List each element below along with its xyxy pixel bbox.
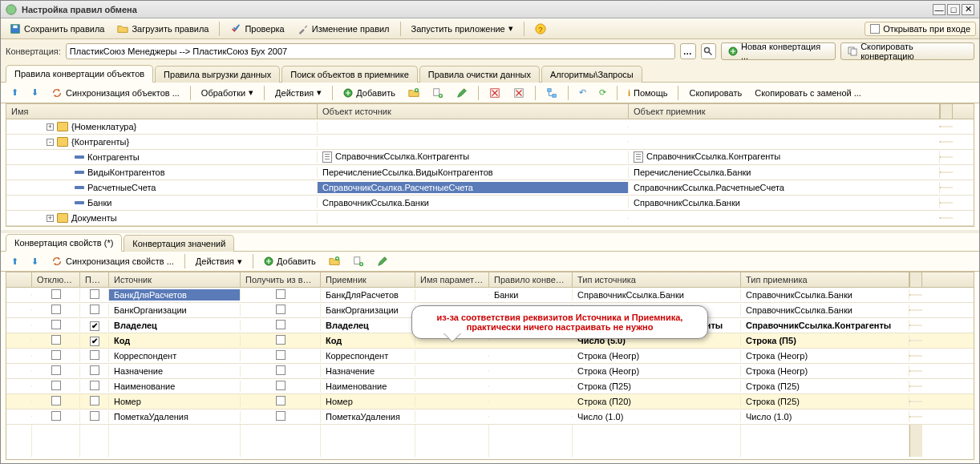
table-row[interactable]: КорреспондентКорреспондентСтрока (Неогр)…: [6, 349, 974, 364]
search-checkbox[interactable]: [90, 305, 99, 314]
from-incoming-checkbox[interactable]: [276, 289, 285, 299]
grid2-header[interactable]: [6, 272, 32, 287]
target-object[interactable]: [629, 141, 940, 143]
new-conversion-button[interactable]: Новая конвертация ...: [721, 42, 836, 60]
source-type[interactable]: Строка (П20): [573, 396, 741, 407]
from-incoming-checkbox[interactable]: [276, 411, 285, 421]
disable-checkbox[interactable]: [51, 365, 61, 375]
add-button[interactable]: Добавить: [338, 86, 401, 100]
close-button[interactable]: ✕: [962, 4, 974, 15]
grid2-header[interactable]: Пои...: [80, 272, 109, 287]
tree-expander[interactable]: +: [47, 123, 54, 131]
grid2-header[interactable]: Тип приемника: [741, 272, 909, 287]
tab-search-in-receiver[interactable]: Поиск объектов в приемнике: [281, 66, 418, 83]
target-type[interactable]: Строка (П25): [741, 396, 909, 407]
target-property[interactable]: БанкОрганизации: [321, 305, 415, 316]
tab-property-conversion[interactable]: Конвертация свойств (*): [6, 234, 122, 252]
from-incoming-checkbox[interactable]: [276, 305, 285, 314]
table-row[interactable]: БанкиСправочникСсылка.БанкиСправочникСсы…: [6, 196, 974, 211]
search-checkbox[interactable]: ✔: [90, 321, 99, 331]
search-checkbox[interactable]: [90, 381, 99, 390]
search-checkbox[interactable]: ✔: [90, 337, 99, 346]
table-row[interactable]: БанкДляРасчетовБанкДляРасчетовБанкиСправ…: [6, 288, 974, 303]
source-object[interactable]: ПеречислениеСсылка.ВидыКонтрагентов: [318, 167, 629, 178]
target-object[interactable]: [629, 126, 940, 127]
source-object[interactable]: СправочникСсылка.РасчетныеСчета: [318, 182, 629, 193]
help-button[interactable]: ?: [529, 21, 552, 37]
grid1-header[interactable]: Имя: [6, 104, 318, 119]
grid2-header[interactable]: Правило конверта...: [489, 272, 573, 287]
properties-grid[interactable]: Отключи...Пои...ИсточникПолучить из вход…: [6, 272, 974, 460]
target-type[interactable]: СправочникСсылка.Банки: [741, 289, 909, 301]
target-property[interactable]: БанкДляРасчетов: [321, 289, 415, 301]
source-type[interactable]: Число (1.0): [573, 411, 741, 422]
maximize-button[interactable]: □: [947, 4, 960, 15]
target-object[interactable]: СправочникСсылка.РасчетныеСчета: [629, 182, 940, 193]
move-up-button[interactable]: ⬆: [6, 85, 24, 100]
target-type[interactable]: СправочникСсылка.Банки: [741, 305, 909, 316]
grid2-header[interactable]: Источник: [109, 272, 241, 287]
conversion-rule[interactable]: [489, 370, 573, 372]
disable-checkbox[interactable]: [51, 289, 61, 299]
disable-checkbox[interactable]: [51, 350, 61, 360]
copy-conversion-button[interactable]: Скопировать конвертацию: [840, 42, 974, 60]
grid1-header[interactable]: Объект источник: [318, 104, 629, 119]
target-type[interactable]: Строка (П5): [741, 335, 909, 346]
scrollbar[interactable]: [909, 272, 922, 287]
from-incoming-checkbox[interactable]: [276, 320, 285, 329]
source-property[interactable]: Номер: [109, 396, 241, 407]
param-name[interactable]: [415, 355, 489, 357]
table-row[interactable]: +{Номенклатура}: [6, 119, 974, 135]
target-property[interactable]: Владелец: [321, 320, 415, 331]
change-rules-button[interactable]: Изменение правил: [292, 21, 395, 37]
help-icon-button[interactable]: iПомощь: [622, 86, 674, 100]
source-type[interactable]: СправочникСсылка.Банки: [573, 289, 741, 301]
prop-add-button[interactable]: Добавить: [258, 254, 322, 268]
add-folder-button[interactable]: [403, 85, 425, 101]
grid2-header[interactable]: Отключи...: [32, 272, 80, 287]
source-property[interactable]: БанкДляРасчетов: [109, 289, 241, 301]
tab-algorithms[interactable]: Алгоритмы\Запросы: [541, 66, 642, 83]
conversion-input[interactable]: [66, 43, 675, 59]
grid2-header[interactable]: Получить из вход...: [241, 272, 321, 287]
target-property[interactable]: ПометкаУдаления: [321, 411, 415, 422]
conversion-rule[interactable]: Банки: [489, 289, 573, 301]
copy-rule-button[interactable]: Скопировать: [683, 86, 747, 100]
prop-move-down-button[interactable]: ⬇: [26, 254, 44, 269]
tab-object-conversion-rules[interactable]: Правила конвертации объектов: [6, 65, 153, 83]
source-object[interactable]: СправочникСсылка.Банки: [318, 197, 629, 208]
disable-checkbox[interactable]: [51, 411, 61, 421]
target-property[interactable]: Код: [321, 335, 415, 346]
disable-checkbox[interactable]: [51, 381, 61, 390]
source-object[interactable]: [318, 141, 629, 143]
conversion-rule[interactable]: [489, 355, 573, 357]
table-row[interactable]: НазначениеНазначениеСтрока (Неогр)Строка…: [6, 364, 974, 379]
search-checkbox[interactable]: [90, 289, 99, 299]
source-property[interactable]: БанкОрганизации: [109, 305, 241, 316]
load-rules-button[interactable]: Загрузить правила: [111, 21, 214, 37]
from-incoming-checkbox[interactable]: [276, 350, 285, 360]
disable-checkbox[interactable]: [51, 396, 61, 405]
table-row[interactable]: НаименованиеНаименованиеСтрока (П25)Стро…: [6, 379, 974, 394]
tree-expander[interactable]: -: [47, 139, 54, 146]
from-incoming-checkbox[interactable]: [276, 365, 285, 375]
target-type[interactable]: Число (1.0): [741, 411, 909, 422]
processings-button[interactable]: Обработки▾: [196, 85, 259, 100]
undo-button[interactable]: ↶: [573, 85, 592, 100]
source-property[interactable]: ПометкаУдаления: [109, 411, 241, 422]
add-copy-button[interactable]: [427, 85, 449, 101]
param-name[interactable]: [415, 294, 489, 296]
check-button[interactable]: Проверка: [225, 21, 290, 37]
from-incoming-checkbox[interactable]: [276, 381, 285, 390]
sync-objects-button[interactable]: Синхронизация объектов ...: [46, 85, 185, 101]
search-checkbox[interactable]: [90, 365, 99, 375]
copy-replace-button[interactable]: Скопировать с заменой ...: [749, 86, 867, 100]
minimize-button[interactable]: —: [933, 4, 946, 15]
tree-expander[interactable]: +: [47, 215, 54, 222]
search-checkbox[interactable]: [90, 396, 99, 405]
edit-button[interactable]: [451, 85, 473, 101]
param-name[interactable]: [415, 370, 489, 372]
disable-checkbox[interactable]: [51, 320, 61, 329]
prop-add-copy-button[interactable]: [347, 253, 370, 269]
param-name[interactable]: [415, 416, 489, 418]
